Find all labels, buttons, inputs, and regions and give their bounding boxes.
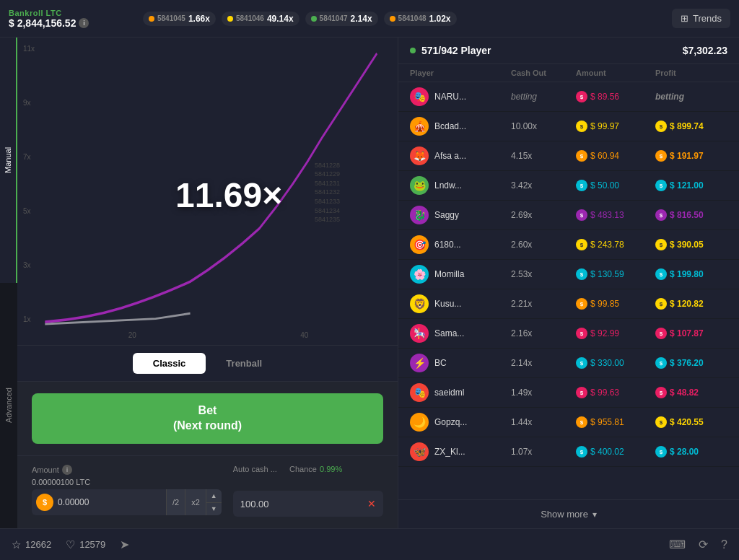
- amount-coin-icon: $: [576, 239, 587, 250]
- profit-value: $ 899.74: [670, 121, 704, 131]
- profit-value: $ 120.82: [670, 299, 704, 309]
- tab-trenball[interactable]: Trenball: [206, 353, 282, 374]
- multiplier-pill-5841046[interactable]: 5841046 49.14x: [222, 12, 299, 26]
- player-row: 🎠 Sama... 2.16x $ $ 92.99 $$ 107.87: [398, 319, 739, 349]
- auto-cash-input[interactable]: [240, 499, 349, 509]
- sidebar-tab-advanced[interactable]: Advanced: [0, 283, 17, 528]
- player-avatar: 🐸: [410, 176, 429, 195]
- amount-coin-icon: $: [576, 268, 587, 280]
- amount-cell: $ $ 400.02: [576, 446, 655, 458]
- cashout-cell: 2.21x: [511, 299, 576, 309]
- stars-count: 12662: [25, 539, 51, 550]
- profit-coin-icon: $: [655, 239, 667, 250]
- multiplier-pill-5841048[interactable]: 5841048 1.02x: [384, 12, 457, 26]
- amount-coin-icon: $: [576, 121, 587, 132]
- show-more-row[interactable]: Show more ▾: [398, 499, 739, 528]
- multiplier-dot: [390, 16, 395, 22]
- top-bar: Bankroll LTC $ 2,844,156.52 i 5841045 1.…: [0, 0, 739, 38]
- profit-value: $ 420.55: [670, 417, 704, 427]
- amount-label: Amount i: [32, 465, 222, 475]
- chart-icon-button[interactable]: ⟳: [699, 538, 708, 551]
- amount-value: $ 243.78: [590, 240, 624, 250]
- total-amount: $7,302.23: [683, 45, 727, 56]
- tab-classic[interactable]: Classic: [133, 353, 206, 374]
- cashout-cell: 1.49x: [511, 388, 576, 398]
- double-button[interactable]: x2: [185, 489, 206, 515]
- bankroll-info-icon[interactable]: i: [79, 18, 89, 28]
- amount-value: $ 50.00: [590, 180, 619, 191]
- multiplier-id: 5841046: [236, 14, 264, 22]
- amount-cell: $ $ 99.63: [576, 387, 655, 398]
- trends-button[interactable]: ⊞ Trends: [672, 9, 730, 28]
- amount-value: $ 99.63: [590, 388, 619, 398]
- multiplier-value: 1.02x: [429, 14, 451, 24]
- help-button[interactable]: ?: [721, 538, 727, 551]
- amount-coin-icon: $: [576, 416, 587, 428]
- player-avatar: 🎭: [410, 383, 429, 402]
- send-button[interactable]: ➤: [120, 538, 129, 551]
- keyboard-button[interactable]: ⌨: [669, 538, 686, 551]
- profit-coin-icon: $: [655, 298, 667, 310]
- player-name-cell: 🎠 Sama...: [410, 324, 511, 343]
- player-avatar: 🦋: [410, 442, 429, 461]
- player-count: 571/942 Player: [410, 45, 491, 56]
- bet-button[interactable]: Bet (Next round): [32, 393, 383, 444]
- cashout-cell: 3.42x: [511, 180, 576, 191]
- player-row: ⚡ BC 2.14x $ $ 330.00 $$ 376.20: [398, 349, 739, 378]
- right-panel: 571/942 Player $7,302.23 Player Cash Out…: [398, 38, 739, 528]
- step-down-button[interactable]: ▼: [206, 503, 222, 516]
- player-avatar: 🎭: [410, 87, 429, 106]
- cashout-cell: 2.16x: [511, 328, 576, 338]
- profit-coin-icon: $: [655, 209, 667, 221]
- amount-cell: $ $ 99.97: [576, 121, 655, 132]
- profit-cell: $$ 816.50: [655, 209, 727, 221]
- multiplier-pills: 5841045 1.66x 5841046 49.14x 5841047 2.1…: [143, 12, 457, 26]
- player-row: 🌙 Gopzq... 1.44x $ $ 955.81 $$ 420.55: [398, 408, 739, 437]
- profit-cell: $$ 376.20: [655, 357, 727, 369]
- game-tabs: Classic Trenball: [17, 345, 398, 381]
- amount-cell: $ $ 92.99: [576, 328, 655, 339]
- star-icon: ☆: [12, 538, 21, 551]
- hearts-stat: ♡ 12579: [66, 538, 105, 551]
- table-header: Player Cash Out Amount Profit: [398, 64, 739, 82]
- profit-cell: $$ 121.00: [655, 180, 727, 191]
- half-button[interactable]: /2: [166, 489, 185, 515]
- player-avatar: 🌸: [410, 265, 429, 284]
- player-avatar: 🦊: [410, 146, 429, 165]
- amount-cell: $ $ 89.56: [576, 91, 655, 102]
- player-name: Momilla: [434, 269, 464, 279]
- chart-area: 11x 9x 7x 5x 3x 1x 11.69× 58412285841229…: [17, 38, 398, 345]
- heart-icon: ♡: [66, 538, 75, 551]
- profit-cell: $$ 199.80: [655, 268, 727, 280]
- amount-value: $ 483.13: [590, 210, 624, 220]
- cashout-cell: betting: [511, 92, 576, 102]
- stars-stat: ☆ 12662: [12, 538, 51, 551]
- amount-cell: $ $ 483.13: [576, 209, 655, 221]
- players-list: 🎭 NARU... betting $ $ 89.56 betting 🎪 Bc…: [398, 82, 739, 499]
- multiplier-pill-5841045[interactable]: 5841045 1.66x: [143, 12, 216, 26]
- profit-coin-icon: $: [655, 357, 667, 369]
- amount-value: $ 400.02: [590, 447, 624, 457]
- player-name: BC: [434, 358, 447, 368]
- player-name-cell: 🦋 ZX_Kl...: [410, 442, 511, 461]
- amount-cell: $ $ 50.00: [576, 180, 655, 191]
- player-row: 🎪 Bcdad... 10.00x $ $ 99.97 $$ 899.74: [398, 112, 739, 141]
- cashout-cell: 2.60x: [511, 240, 576, 250]
- profit-value: $ 199.80: [670, 269, 704, 279]
- amount-info-icon[interactable]: i: [62, 465, 72, 475]
- amount-value: $ 99.85: [590, 299, 619, 309]
- amount-input-row: $ /2 x2 ▲ ▼: [32, 489, 222, 515]
- amount-coin-icon: $: [576, 357, 587, 369]
- col-amount: Amount: [576, 69, 655, 77]
- amount-group: Amount i 0.00000100 LTC $ /2 x2 ▲ ▼: [32, 465, 222, 515]
- auto-cash-clear-button[interactable]: ✕: [367, 498, 376, 509]
- online-indicator: [410, 48, 416, 53]
- profit-value: $ 121.00: [670, 180, 704, 191]
- sidebar-tab-manual[interactable]: Manual: [0, 38, 17, 283]
- amount-input[interactable]: [58, 497, 166, 507]
- multiplier-value: 1.66x: [188, 14, 210, 24]
- player-name-cell: 🌙 Gopzq...: [410, 413, 511, 432]
- player-row: 🐸 Lndw... 3.42x $ $ 50.00 $$ 121.00: [398, 171, 739, 201]
- step-up-button[interactable]: ▲: [206, 489, 222, 503]
- multiplier-pill-5841047[interactable]: 5841047 2.14x: [305, 12, 378, 26]
